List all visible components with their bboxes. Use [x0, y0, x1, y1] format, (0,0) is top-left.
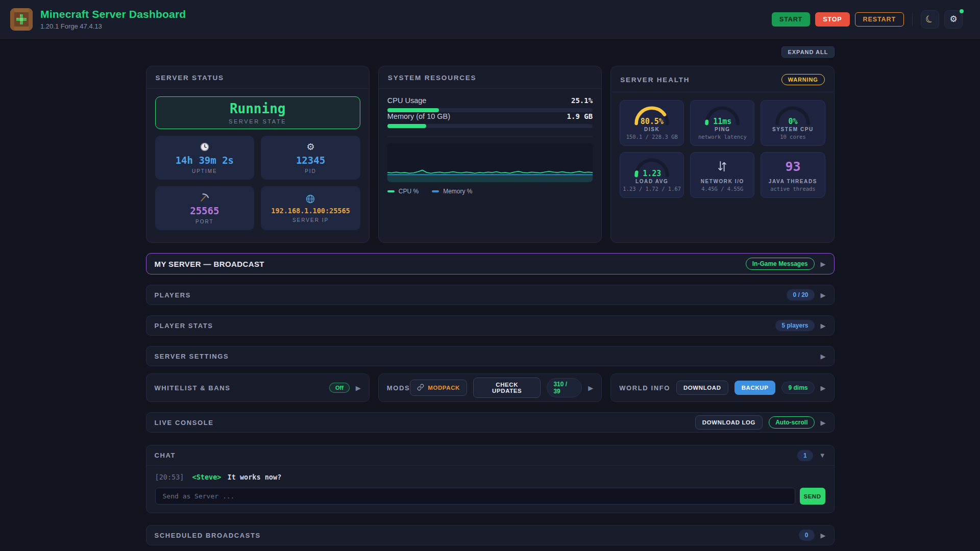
backup-button[interactable]: BACKUP	[734, 381, 776, 395]
chat-title: CHAT	[155, 452, 176, 459]
uptime-label: UPTIME	[192, 168, 217, 174]
server-status-card: SERVER STATUS Running SERVER STATE 14h 3…	[146, 66, 370, 243]
pid-value: 12345	[296, 155, 325, 166]
toolbar-divider	[912, 13, 913, 26]
java-threads-value: 93	[785, 159, 800, 174]
link-icon	[417, 384, 424, 392]
cpu-usage-bar-fill	[387, 108, 439, 112]
load-avg-sub: 1.23 / 1.72 / 1.67	[623, 186, 681, 192]
ping-label: PING	[715, 127, 730, 132]
check-updates-button[interactable]: CHECK UPDATES	[473, 378, 541, 398]
chevron-right-icon[interactable]: ▶	[821, 384, 826, 392]
restart-button[interactable]: RESTART	[855, 12, 904, 27]
chat-message-text: It works now?	[228, 473, 282, 481]
network-io-tile: NETWORK I/O 4.45G / 4.55G	[690, 152, 754, 198]
world-info-title: WORLD INFO	[619, 384, 670, 392]
download-log-button[interactable]: DOWNLOAD LOG	[695, 415, 763, 430]
chat-input[interactable]	[155, 488, 795, 505]
modpack-button-label: MODPACK	[428, 385, 460, 391]
load-avg-tile: 1.23 LOAD AVG 1.23 / 1.72 / 1.67	[620, 152, 684, 198]
section-scheduled-broadcasts[interactable]: SCHEDULED BROADCASTS 0 ▶	[146, 525, 835, 545]
theme-toggle-button[interactable]: ☾	[921, 10, 939, 29]
chevron-right-icon[interactable]: ▶	[821, 322, 826, 330]
section-chat: CHAT 1 ▼ [20:53] <Steve> It works now? S…	[146, 445, 835, 513]
pickaxe-icon	[200, 192, 210, 203]
send-button[interactable]: SEND	[800, 488, 825, 505]
cpu-usage-value: 25.1%	[571, 96, 593, 105]
server-ip-value: 192.168.1.100:25565	[271, 207, 350, 215]
section-live-console[interactable]: LIVE CONSOLE DOWNLOAD LOG Auto-scroll ▶	[146, 412, 835, 433]
memory-bar-fill	[387, 124, 426, 128]
download-world-button[interactable]: DOWNLOAD	[676, 381, 728, 395]
legend-item-cpu: CPU %	[387, 188, 419, 195]
disk-sub: 150.1 / 228.3 GB	[626, 134, 678, 140]
chevron-right-icon[interactable]: ▶	[588, 384, 593, 392]
section-player-stats[interactable]: PLAYER STATS 5 players ▶	[146, 315, 835, 336]
mods-title: MODS	[387, 384, 410, 392]
resource-history-chart	[387, 143, 593, 182]
disk-gauge: 80.5%	[632, 104, 671, 124]
expand-all-button[interactable]: EXPAND ALL	[781, 46, 834, 58]
section-server-settings[interactable]: SERVER SETTINGS ▶	[146, 346, 835, 366]
cpu-legend-label: CPU %	[399, 188, 419, 195]
dimensions-badge: 9 dims	[781, 382, 814, 394]
top-bar: Minecraft Server Dashboard 1.20.1 Forge …	[0, 0, 980, 39]
port-label: PORT	[195, 219, 214, 224]
server-ip-tile: 192.168.1.100:25565 SERVER IP	[261, 186, 360, 230]
scheduled-broadcasts-title: SCHEDULED BROADCASTS	[155, 532, 261, 539]
disk-value: 80.5%	[632, 117, 671, 126]
load-avg-label: LOAD AVG	[635, 179, 668, 184]
cpu-legend-swatch	[387, 190, 395, 192]
load-avg-gauge: 1.23	[632, 156, 671, 177]
ping-tile: 11ms PING network latency	[690, 100, 754, 146]
section-world-info[interactable]: WORLD INFO DOWNLOAD BACKUP 9 dims ▶	[610, 373, 834, 402]
chevron-down-icon[interactable]: ▼	[819, 452, 826, 459]
network-io-sub: 4.45G / 4.55G	[701, 186, 743, 192]
chat-count-badge: 1	[797, 450, 813, 461]
cpu-usage-label: CPU Usage	[387, 96, 427, 105]
section-broadcast[interactable]: MY SERVER — BROADCAST In-Game Messages ▶	[146, 253, 835, 274]
memory-legend-label: Memory %	[443, 188, 472, 195]
settings-button[interactable]: ⚙	[944, 10, 963, 29]
player-stats-badge: 5 players	[775, 320, 814, 331]
notification-dot	[960, 9, 964, 13]
player-stats-title: PLAYER STATS	[155, 322, 213, 330]
system-resources-title: SYSTEM RESOURCES	[388, 74, 477, 82]
memory-label: Memory (of 10 GB)	[387, 112, 450, 120]
whitelist-bans-title: WHITELIST & BANS	[155, 384, 231, 392]
server-state-box: Running SERVER STATE	[155, 96, 360, 129]
ping-value: 11ms	[703, 117, 742, 126]
start-button[interactable]: START	[772, 12, 810, 27]
gear-icon: ⚙	[306, 141, 314, 153]
port-value: 25565	[190, 205, 219, 216]
section-players[interactable]: PLAYERS 0 / 20 ▶	[146, 285, 835, 305]
chat-message-author: <Steve>	[192, 473, 222, 481]
chat-header[interactable]: CHAT 1 ▼	[146, 445, 834, 466]
chevron-right-icon[interactable]: ▶	[821, 291, 826, 299]
stop-button[interactable]: STOP	[815, 12, 849, 27]
chevron-right-icon[interactable]: ▶	[821, 532, 826, 539]
server-health-title: SERVER HEALTH	[620, 76, 690, 84]
players-title: PLAYERS	[155, 291, 191, 299]
memory-bar	[387, 124, 593, 128]
chevron-right-icon[interactable]: ▶	[356, 384, 361, 392]
chevron-right-icon[interactable]: ▶	[821, 260, 826, 268]
chevron-right-icon[interactable]: ▶	[821, 419, 826, 427]
memory-value: 1.9 GB	[567, 112, 593, 120]
broadcast-title: MY SERVER — BROADCAST	[155, 260, 264, 268]
section-whitelist-bans[interactable]: WHITELIST & BANS Off ▶	[146, 373, 370, 402]
system-cpu-value: 0%	[773, 117, 812, 126]
disk-tile: 80.5% DISK 150.1 / 228.3 GB	[620, 100, 684, 146]
system-cpu-tile: 0% SYSTEM CPU 10 cores	[761, 100, 825, 146]
legend-item-memory: Memory %	[432, 188, 472, 195]
section-mods[interactable]: MODS MODPACK CHECK UPDATES 310 / 39 ▶	[378, 373, 602, 402]
warning-badge: WARNING	[781, 74, 825, 85]
server-state-label: SERVER STATE	[229, 118, 286, 124]
chevron-right-icon[interactable]: ▶	[821, 353, 826, 360]
modpack-button[interactable]: MODPACK	[410, 380, 467, 396]
autoscroll-toggle[interactable]: Auto-scroll	[769, 416, 814, 429]
globe-icon	[305, 193, 315, 205]
cpu-usage-bar	[387, 108, 593, 112]
disk-label: DISK	[644, 127, 659, 132]
java-threads-tile: 93 JAVA THREADS active threads	[761, 152, 825, 198]
